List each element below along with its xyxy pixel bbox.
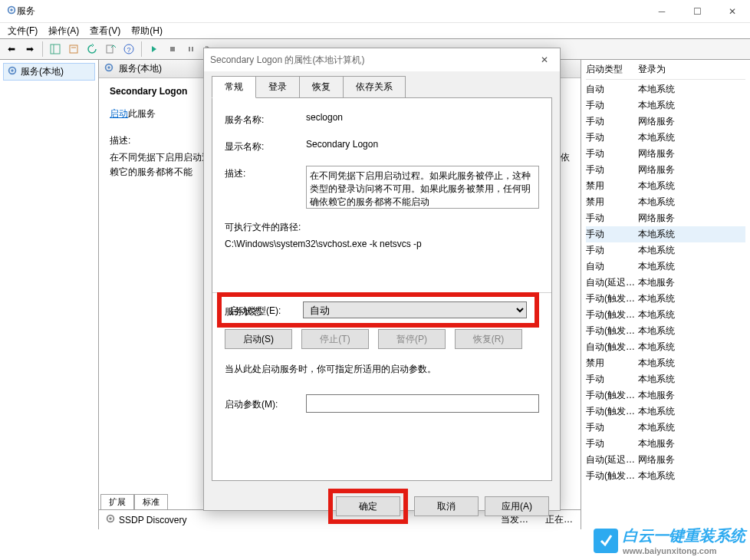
col-logon-as[interactable]: 登录为 (638, 63, 666, 76)
back-button[interactable]: ⬅ (3, 41, 20, 58)
logon-as-cell: 本地系统 (638, 244, 675, 257)
tree-root[interactable]: 服务(本地) (3, 63, 95, 81)
startup-type-cell: 手动 (586, 99, 638, 112)
service-row[interactable]: 手动本地系统 (586, 371, 745, 387)
play-icon[interactable] (146, 41, 163, 58)
cancel-button[interactable]: 取消 (414, 496, 479, 516)
startup-type-cell: 手动(触发… (586, 292, 638, 305)
menu-help[interactable]: 帮助(H) (131, 25, 163, 38)
close-button[interactable]: ✕ (715, 0, 750, 23)
service-row[interactable]: 自动本地系统 (586, 259, 745, 275)
pause-icon[interactable] (183, 41, 199, 58)
service-row[interactable]: 禁用本地系统 (586, 194, 745, 210)
tab-extended[interactable]: 扩展 (100, 494, 134, 509)
display-name-label: 显示名称: (225, 139, 306, 153)
start-button[interactable]: 启动(S) (225, 329, 292, 349)
service-row[interactable]: 手动(触发…本地系统 (586, 404, 745, 420)
startup-type-select[interactable]: 自动 (303, 301, 527, 318)
logon-as-cell: 网络服务 (638, 453, 675, 466)
startup-type-cell: 自动(延迟… (586, 276, 638, 289)
logon-as-cell: 本地系统 (638, 292, 675, 305)
service-row[interactable]: 自动(延迟…网络服务 (586, 452, 745, 468)
logon-as-cell: 本地系统 (638, 357, 675, 370)
service-row[interactable]: 手动网络服务 (586, 146, 745, 162)
bottom-service-link[interactable]: SSDP Discovery (119, 515, 186, 525)
logon-as-cell: 本地系统 (638, 83, 675, 96)
menu-action[interactable]: 操作(A) (48, 25, 79, 38)
startup-type-cell: 禁用 (586, 180, 638, 193)
logon-as-cell: 本地系统 (638, 405, 675, 418)
tab-recovery[interactable]: 恢复 (299, 76, 344, 98)
service-row[interactable]: 手动本地系统 (586, 226, 745, 242)
forward-button[interactable]: ➡ (21, 41, 38, 58)
startup-type-cell: 手动 (586, 115, 638, 128)
ok-button[interactable]: 确定 (336, 496, 400, 516)
start-param-label: 启动参数(M): (225, 397, 306, 411)
service-row[interactable]: 手动网络服务 (586, 210, 745, 226)
export-icon[interactable] (102, 41, 119, 58)
start-param-input[interactable] (306, 394, 539, 413)
service-row[interactable]: 手动本地系统 (586, 420, 745, 436)
logon-as-cell: 网络服务 (638, 163, 675, 176)
service-row[interactable]: 禁用本地系统 (586, 178, 745, 194)
services-icon (6, 5, 17, 18)
properties-icon[interactable] (65, 41, 82, 58)
startup-type-cell: 手动(触发… (586, 308, 638, 321)
service-row[interactable]: 手动本地系统 (586, 97, 745, 114)
col-startup-type[interactable]: 启动类型 (586, 63, 638, 76)
dialog-title: Secondary Logon 的属性(本地计算机) (210, 54, 529, 67)
center-header-label: 服务(本地) (119, 62, 162, 75)
service-row[interactable]: 手动(触发…本地服务 (586, 387, 745, 404)
maximize-button[interactable]: ☐ (679, 0, 715, 23)
minimize-button[interactable]: ─ (644, 0, 679, 23)
services-icon (7, 65, 18, 78)
watermark-sub: www.baiyunxitong.com (623, 546, 745, 555)
menu-file[interactable]: 文件(F) (8, 25, 38, 38)
show-hide-icon[interactable] (47, 41, 64, 58)
tab-logon[interactable]: 登录 (255, 76, 300, 98)
service-row[interactable]: 自动(触发…本地系统 (586, 339, 745, 355)
svg-rect-2 (51, 44, 60, 54)
service-row[interactable]: 手动(触发…本地系统 (586, 323, 745, 339)
stop-button: 停止(T) (301, 329, 369, 349)
highlight-startup-type: 启动类型(E): 自动 (217, 292, 539, 328)
startup-type-cell: 手动 (586, 437, 638, 450)
stop-icon[interactable] (164, 41, 181, 58)
display-name-value: Secondary Logon (306, 139, 539, 153)
service-row[interactable]: 手动本地服务 (586, 436, 745, 452)
service-row[interactable]: 手动(触发…本地系统 (586, 468, 745, 484)
refresh-icon[interactable] (84, 41, 100, 58)
service-row[interactable]: 禁用本地系统 (586, 355, 745, 371)
logon-as-cell: 本地服务 (638, 276, 675, 289)
startup-type-cell: 禁用 (586, 196, 638, 209)
pause-button: 暂停(P) (378, 329, 446, 349)
svg-text:?: ? (127, 46, 130, 54)
tab-general[interactable]: 常规 (212, 76, 256, 98)
left-tree: 服务(本地) (0, 60, 99, 529)
start-service-link[interactable]: 启动 (110, 108, 128, 119)
tab-dependencies[interactable]: 依存关系 (343, 76, 406, 98)
service-row[interactable]: 手动本地系统 (586, 242, 745, 259)
apply-button[interactable]: 应用(A) (485, 496, 549, 516)
service-row[interactable]: 自动本地系统 (586, 81, 745, 97)
help-icon[interactable]: ? (120, 41, 137, 58)
properties-dialog: Secondary Logon 的属性(本地计算机) ✕ 常规 登录 恢复 依存… (203, 48, 561, 511)
startup-type-cell: 手动 (586, 147, 638, 160)
logon-as-cell: 本地系统 (638, 196, 675, 209)
menu-view[interactable]: 查看(V) (90, 25, 120, 38)
dialog-close-button[interactable]: ✕ (529, 48, 560, 71)
logon-as-cell: 本地系统 (638, 324, 675, 338)
description-textarea[interactable]: 在不同凭据下启用启动过程。如果此服务被停止，这种类型的登录访问将不可用。如果此服… (306, 166, 539, 209)
tab-standard[interactable]: 标准 (134, 494, 168, 509)
start-suffix: 此服务 (128, 108, 156, 119)
service-name-label: 服务名称: (225, 112, 306, 127)
service-row[interactable]: 手动网络服务 (586, 162, 745, 178)
service-row[interactable]: 手动(触发…本地系统 (586, 307, 745, 323)
startup-type-cell: 自动(延迟… (586, 453, 638, 466)
service-row[interactable]: 手动网络服务 (586, 114, 745, 130)
service-row[interactable]: 手动本地系统 (586, 130, 745, 146)
startup-type-cell: 手动 (586, 228, 638, 241)
service-row[interactable]: 自动(延迟…本地服务 (586, 275, 745, 291)
service-row[interactable]: 手动(触发…本地系统 (586, 291, 745, 307)
svg-rect-10 (189, 47, 190, 51)
